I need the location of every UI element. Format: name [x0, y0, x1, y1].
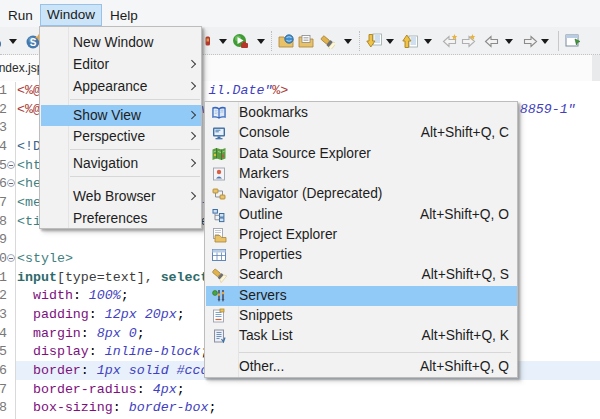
svg-text:S: S [30, 37, 37, 48]
